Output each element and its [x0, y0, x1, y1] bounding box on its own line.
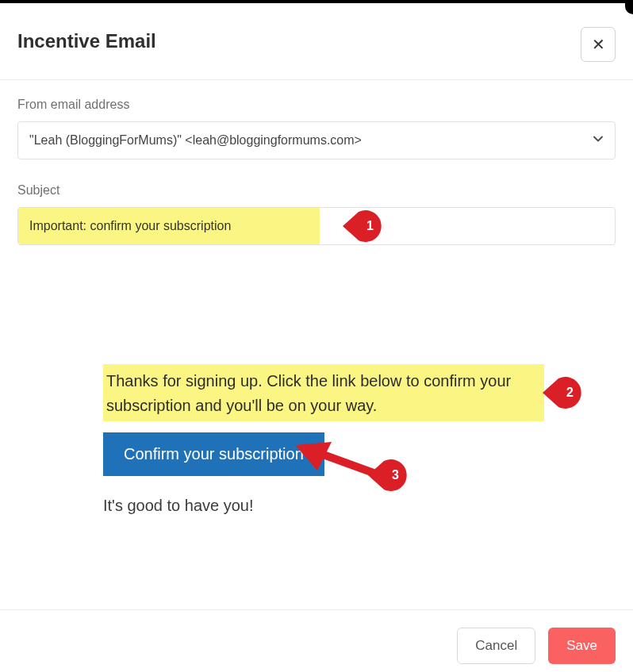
confirm-subscription-button[interactable]: Confirm your subscription: [103, 432, 324, 476]
cancel-button-label: Cancel: [475, 638, 517, 654]
annotation-pointer-2: 2: [541, 375, 600, 410]
subject-value: Important: confirm your subscription: [18, 208, 320, 244]
from-email-value: "Leah (BloggingForMums)" <leah@bloggingf…: [29, 133, 362, 148]
save-button[interactable]: Save: [548, 628, 616, 664]
email-intro-text: Thanks for signing up. Click the link be…: [103, 364, 544, 421]
modal-title: Incentive Email: [17, 30, 156, 52]
close-icon: ✕: [592, 35, 605, 54]
modal-header: Incentive Email ✕: [0, 3, 633, 80]
from-email-select[interactable]: "Leah (BloggingForMums)" <leah@bloggingf…: [17, 121, 616, 159]
from-select-wrap: "Leah (BloggingForMums)" <leah@bloggingf…: [17, 121, 616, 159]
incentive-email-modal: Incentive Email ✕ From email address "Le…: [0, 0, 633, 672]
annotation-number-2: 2: [566, 386, 574, 400]
close-button[interactable]: ✕: [581, 27, 616, 62]
subject-input[interactable]: Important: confirm your subscription: [17, 207, 616, 245]
modal-footer: Cancel Save: [0, 609, 633, 672]
subject-label: Subject: [17, 183, 616, 198]
email-body-preview: Thanks for signing up. Click the link be…: [17, 277, 616, 515]
save-button-label: Save: [566, 638, 597, 654]
subject-input-wrap: Important: confirm your subscription 1: [17, 207, 616, 245]
cancel-button[interactable]: Cancel: [457, 628, 535, 664]
modal-body: From email address "Leah (BloggingForMum…: [0, 80, 633, 609]
confirm-button-label: Confirm your subscription: [124, 445, 304, 463]
email-closing-text: It's good to have you!: [103, 497, 616, 515]
from-label: From email address: [17, 98, 616, 112]
